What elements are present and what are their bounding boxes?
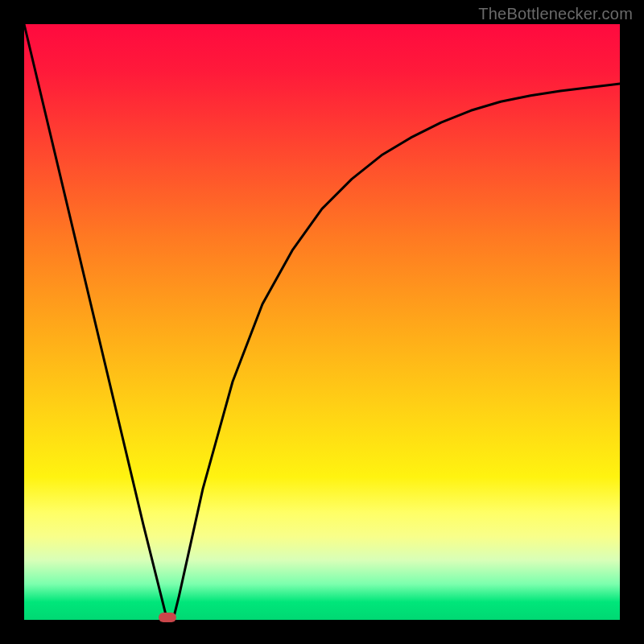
curve-path [24, 24, 620, 620]
watermark-text: TheBottlenecker.com [478, 5, 633, 23]
bottleneck-curve [24, 24, 620, 620]
chart-frame [24, 24, 620, 620]
optimal-point-marker [159, 613, 176, 622]
